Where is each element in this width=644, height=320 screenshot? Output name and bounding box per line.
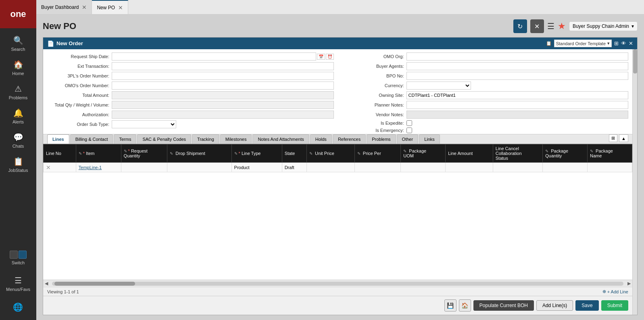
form-row-currency: Currency: xyxy=(342,81,629,90)
sidebar-item-chats[interactable]: 💬 Chats xyxy=(0,128,36,153)
sidebar-item-label: Menus/Favs xyxy=(6,287,30,292)
collapse-table-btn[interactable]: ▲ xyxy=(619,134,628,142)
form-section: Request Ship Date: 📅 ⏰ Ext Transaction: … xyxy=(43,49,632,134)
omo-org-input[interactable] xyxy=(406,52,629,61)
action-icon-btn2[interactable]: 🏠 xyxy=(459,299,471,312)
menu-button[interactable]: ☰ xyxy=(547,21,554,31)
total-amount-value xyxy=(112,91,334,99)
item-link[interactable]: TempLine-1 xyxy=(79,165,102,170)
refresh-button[interactable]: ↻ xyxy=(513,19,527,33)
populate-boh-button[interactable]: Populate Current BOH xyxy=(473,300,534,311)
tab-problems[interactable]: Problems xyxy=(367,134,396,144)
authorization-label: Authorization: xyxy=(47,112,112,117)
vendor-notes-label: Vendor Notes: xyxy=(342,112,406,117)
owning-site-input[interactable] xyxy=(406,91,629,99)
add-lines-button[interactable]: Add Line(s) xyxy=(536,300,573,311)
bpo-no-input[interactable] xyxy=(406,72,629,80)
tab-sac-penalty-codes[interactable]: SAC & Penalty Codes xyxy=(137,134,191,144)
table-area: Line No ✎* Item ✎* RequestQuantity ✎ Dro… xyxy=(43,144,632,280)
close-button[interactable]: ✕ xyxy=(530,19,544,33)
form-row-3pl-order-number: 3PL's Order Number: xyxy=(47,71,334,81)
vendor-notes-input[interactable] xyxy=(406,111,629,119)
tab-lines[interactable]: Lines xyxy=(47,134,69,144)
col-state: State xyxy=(282,144,306,163)
tab-references[interactable]: References xyxy=(333,134,366,144)
total-qty-value xyxy=(112,101,334,109)
sidebar-item-label: Alerts xyxy=(13,119,24,124)
tab-billing-contact[interactable]: Billing & Contact xyxy=(70,134,113,144)
delete-row-btn[interactable]: ✕ xyxy=(46,165,51,170)
col-line-no: Line No xyxy=(44,144,76,163)
table-footer: Viewing 1-1 of 1 ⊕ + Add Line xyxy=(43,287,632,296)
vertical-scrollbar[interactable] xyxy=(632,49,637,315)
is-expedite-label: Is Expedite: xyxy=(342,121,406,125)
role-dropdown[interactable]: Buyer Suppy Chain Admin ▾ xyxy=(569,21,638,31)
tab-notes-attachments[interactable]: Notes And Attachments xyxy=(252,134,309,144)
add-line-button[interactable]: ⊕ + Add Line xyxy=(602,289,628,294)
is-emergency-label: Is Emergency: xyxy=(342,128,406,133)
is-expedite-checkbox[interactable] xyxy=(406,120,412,126)
currency-select[interactable] xyxy=(406,82,471,90)
request-ship-date-input[interactable] xyxy=(112,52,316,61)
cell-item: TempLine-1 xyxy=(76,163,121,172)
cell-package-qty xyxy=(543,163,588,172)
cell-package-name xyxy=(588,163,632,172)
buyer-agents-input[interactable] xyxy=(406,62,629,70)
sidebar-item-alerts[interactable]: 🔔 Alerts xyxy=(0,104,36,128)
template-close-btn[interactable]: ✕ xyxy=(629,40,633,46)
problems-icon: ⚠ xyxy=(15,84,22,94)
expand-table-btn[interactable]: ⊞ xyxy=(609,134,617,142)
form-row-authorization: Authorization: xyxy=(47,110,334,119)
tab-other[interactable]: Other xyxy=(397,134,419,144)
sidebar-item-problems[interactable]: ⚠ Problems xyxy=(0,80,36,104)
sidebar-item-home[interactable]: 🏠 Home xyxy=(0,56,36,80)
col-package-qty: ✎ PackageQuantity xyxy=(543,144,588,163)
tab-links[interactable]: Links xyxy=(419,134,440,144)
close-tab-buyer-dashboard[interactable]: ✕ xyxy=(82,4,87,10)
sidebar: one 🔍 Search 🏠 Home ⚠ Problems 🔔 Alerts … xyxy=(0,0,36,320)
clock-btn[interactable]: ⏰ xyxy=(326,54,334,60)
tab-tracking[interactable]: Tracking xyxy=(192,134,219,144)
ext-transaction-input[interactable] xyxy=(112,62,334,70)
star-button[interactable]: ★ xyxy=(558,21,566,31)
col-unit-price: ✎ Unit Price xyxy=(307,144,355,163)
lines-table: Line No ✎* Item ✎* RequestQuantity ✎ Dro… xyxy=(43,144,632,172)
tab-terms[interactable]: Terms xyxy=(114,134,136,144)
save-button[interactable]: Save xyxy=(575,300,598,311)
planner-notes-input[interactable] xyxy=(406,101,629,109)
inner-tabs-bar: Lines Billing & Contact Terms SAC & Pena… xyxy=(43,134,632,144)
calendar-btn[interactable]: 📅 xyxy=(317,54,325,60)
template-icon-btn1[interactable]: ⊞ xyxy=(614,40,619,46)
tab-new-po[interactable]: New PO ✕ xyxy=(92,0,128,14)
action-icon-btn1[interactable]: 💾 xyxy=(444,299,456,312)
close-tab-new-po[interactable]: ✕ xyxy=(118,5,123,10)
page-title: New PO xyxy=(43,21,76,31)
tab-milestones[interactable]: Milestones xyxy=(220,134,252,144)
sidebar-item-search[interactable]: 🔍 Search xyxy=(0,31,36,56)
chevron-down-icon: ▾ xyxy=(607,41,610,46)
sidebar-item-globe[interactable]: 🌐 xyxy=(6,298,30,316)
cell-package-uom xyxy=(401,163,446,172)
sidebar-item-switch[interactable]: Switch xyxy=(6,247,30,269)
tab-buyer-dashboard[interactable]: Buyer Dashboard ✕ xyxy=(36,0,92,14)
template-dropdown[interactable]: Standard Order Template ▾ xyxy=(554,40,612,47)
omo-order-number-input[interactable] xyxy=(112,82,334,90)
cell-price-per xyxy=(354,163,401,172)
scrollbar-track[interactable] xyxy=(52,282,623,286)
col-package-name: ✎ PackageName xyxy=(588,144,632,163)
is-emergency-checkbox[interactable] xyxy=(406,128,412,133)
v-scrollbar-thumb[interactable] xyxy=(633,49,637,73)
col-package-uom: ✎ PackageUOM xyxy=(401,144,446,163)
3pl-order-number-input[interactable] xyxy=(112,72,334,80)
sidebar-item-job-status[interactable]: 📋 JobStatus xyxy=(0,153,36,177)
tab-holds[interactable]: Holds xyxy=(310,134,332,144)
scrollbar-thumb[interactable] xyxy=(54,282,135,286)
horizontal-scrollbar[interactable]: ◀ ▶ xyxy=(43,280,632,287)
cell-drop-shipment xyxy=(167,163,231,172)
order-sub-type-select[interactable] xyxy=(112,120,176,128)
template-icon-btn2[interactable]: 👁 xyxy=(621,40,626,46)
sidebar-item-menus[interactable]: ☰ Menus/Favs xyxy=(6,272,30,296)
order-header-right: 📋 Standard Order Template ▾ ⊞ 👁 ✕ xyxy=(546,40,633,47)
submit-button[interactable]: Submit xyxy=(601,300,628,311)
total-qty-label: Total Qty / Weight / Volume: xyxy=(47,102,112,107)
